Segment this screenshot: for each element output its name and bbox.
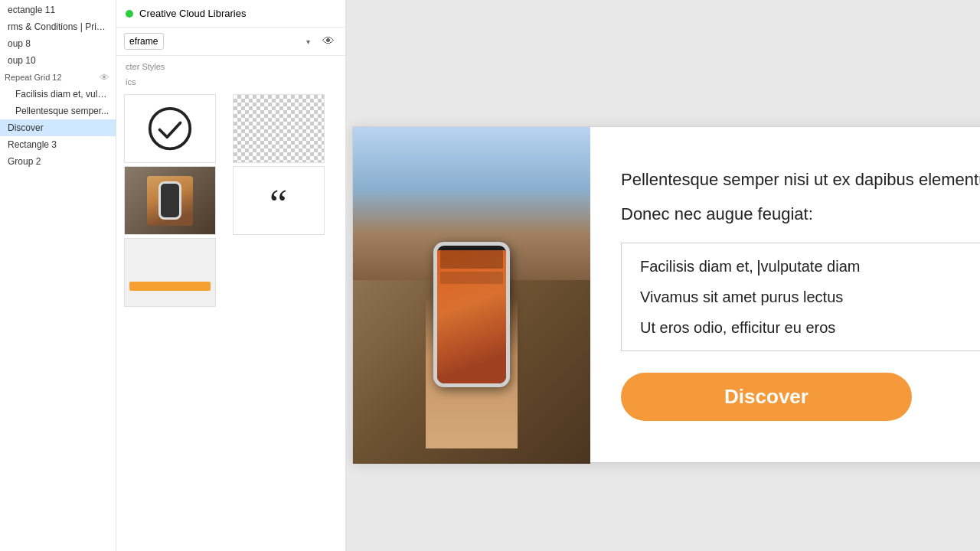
thumbnail-checkered[interactable] [233,94,325,163]
status-dot [126,10,133,18]
libraries-panel: Creative Cloud Libraries eframe 👁 cter S… [116,0,346,551]
layer-facilisis[interactable]: Facilisis diam et, vulp... [0,86,116,103]
layer-rectangle11[interactable]: ectangle 11 [0,2,116,18]
card-image [353,127,590,464]
layer-discover[interactable]: Discover [0,119,116,136]
graphics-label: ics [116,74,345,90]
character-styles-label: cter Styles [116,56,345,74]
layer-list: ectangle 11 rms & Conditions | Priva... … [0,0,116,551]
design-card: Pellentesque semper nisi ut ex dapibus e… [352,126,980,463]
card-subtext: Donec nec augue feugiat: [621,204,980,224]
bullet-text: Facilisis diam et, [640,258,757,275]
card-content: Pellentesque semper nisi ut ex dapibus e… [590,127,980,462]
main-canvas: Pellentesque semper nisi ut ex dapibus e… [346,0,980,551]
bullet-item-2: Vivamus sit amet purus lectus [640,286,980,308]
thumbnails-grid: “ [116,90,345,311]
layer-rectangle3[interactable]: Rectangle 3 [0,136,116,153]
visibility-icon[interactable]: 👁 [100,72,109,83]
layer-group2[interactable]: Group 2 [0,153,116,170]
thumbnail-checkmark[interactable] [124,94,216,163]
layer-label: oup 10 [8,55,36,66]
card-subtitle: Pellentesque semper nisi ut ex dapibus e… [621,168,980,192]
thumbnail-photo[interactable] [124,166,216,235]
layer-label: Group 2 [8,156,41,167]
wireframe-select[interactable]: eframe [124,33,164,50]
layers-panel: ectangle 11 rms & Conditions | Priva... … [0,0,116,551]
checkmark-icon [147,106,193,152]
layer-label: Facilisis diam et, vulp... [15,89,109,99]
libraries-header: Creative Cloud Libraries [116,0,345,28]
bullet-item-3: Ut eros odio, efficitur eu eros [640,317,980,338]
layer-label: oup 8 [8,38,31,49]
thumbnail-orange-bar[interactable] [124,238,216,307]
layer-label: Rectangle 3 [8,139,57,150]
layer-label: Discover [8,122,44,133]
layer-repeat-grid[interactable]: Repeat Grid 12 👁 [0,69,116,86]
discover-button[interactable]: Discover [621,373,912,421]
layer-pellentesque[interactable]: Pellentesque semper... [0,103,116,119]
thumbnail-quote[interactable]: “ [233,166,325,235]
wireframe-bar: eframe 👁 [116,28,345,56]
libraries-title: Creative Cloud Libraries [139,8,246,19]
bullet-item-1: Facilisis diam et, vulputate diam [640,256,980,277]
layer-label: ectangle 11 [8,5,55,15]
svg-point-0 [150,109,191,149]
layer-terms[interactable]: rms & Conditions | Priva... [0,18,116,35]
quote-icon: “ [270,184,287,224]
layer-label: Pellentesque semper... [15,106,109,116]
wireframe-select-wrap: eframe [124,33,315,50]
eye-button[interactable]: 👁 [319,32,338,51]
layer-label: rms & Conditions | Priva... [8,21,109,32]
layer-label: Repeat Grid 12 [5,73,62,82]
layer-group8[interactable]: oup 8 [0,35,116,52]
bullet-text-rest: vulputate diam [760,258,860,275]
bullet-box: Facilisis diam et, vulputate diam Vivamu… [621,243,980,351]
layer-group10[interactable]: oup 10 [0,52,116,69]
